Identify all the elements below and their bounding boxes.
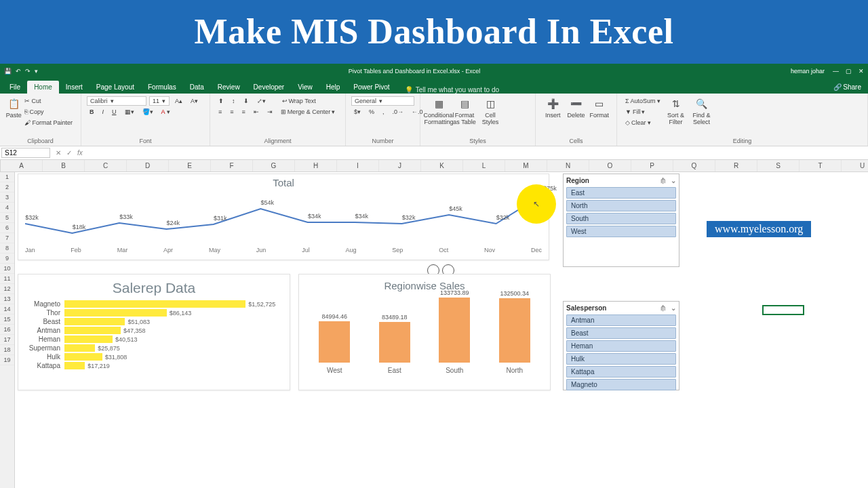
slicer-item[interactable]: Hulk [566, 353, 676, 365]
clear-button[interactable]: ◇ Clear ▾ [623, 118, 654, 127]
slicer-item[interactable]: Magneto [566, 379, 676, 390]
cell-styles-button[interactable]: ◫Cell Styles [477, 96, 503, 126]
tab-formulas[interactable]: Formulas [141, 81, 183, 94]
sort-filter-button[interactable]: ⇅Sort & Filter [663, 96, 689, 129]
col-header[interactable]: D [127, 160, 169, 171]
insert-cells-button[interactable]: ➕Insert [541, 96, 564, 119]
underline-button[interactable]: U [109, 107, 119, 117]
increase-font-icon[interactable]: A▴ [172, 96, 185, 106]
tab-home[interactable]: Home [27, 81, 59, 94]
row-header[interactable]: 7 [0, 233, 14, 243]
tab-page-layout[interactable]: Page Layout [90, 81, 141, 94]
col-header[interactable]: J [379, 160, 421, 171]
copy-button[interactable]: ⎘ Copy [22, 107, 46, 117]
currency-icon[interactable]: $▾ [351, 107, 363, 117]
row-header[interactable]: 16 [0, 325, 14, 335]
row-header[interactable]: 9 [0, 253, 14, 264]
bold-button[interactable]: B [87, 107, 97, 117]
row-header[interactable]: 15 [0, 314, 14, 325]
format-as-table-button[interactable]: ▤Format as Table [452, 96, 477, 126]
slicer-item[interactable]: Beast [566, 327, 676, 339]
clear-filter-icon[interactable]: ⌄ [671, 177, 676, 184]
col-header[interactable]: R [715, 160, 757, 171]
col-header[interactable]: N [547, 160, 589, 171]
cut-button[interactable]: ✂ Cut [22, 96, 43, 106]
align-right-icon[interactable]: ≡ [239, 107, 248, 117]
inc-decimal-icon[interactable]: .0→ [390, 107, 407, 117]
col-header[interactable]: O [589, 160, 631, 171]
undo-icon[interactable]: ↶ [16, 68, 21, 75]
col-header[interactable]: P [631, 160, 673, 171]
col-header[interactable]: A [1, 160, 43, 171]
slicer-item[interactable]: South [566, 213, 676, 224]
tab-developer[interactable]: Developer [247, 81, 292, 94]
tab-review[interactable]: Review [211, 81, 247, 94]
col-header[interactable]: L [463, 160, 505, 171]
quick-access-toolbar[interactable]: 💾 ↶ ↷ ▾ [4, 68, 38, 75]
fill-color-button[interactable]: 🪣▾ [140, 107, 156, 117]
name-box[interactable] [1, 148, 50, 158]
tab-view[interactable]: View [291, 81, 319, 94]
col-header[interactable]: I [337, 160, 379, 171]
row-header[interactable]: 6 [0, 223, 14, 233]
row-header[interactable]: 12 [0, 284, 14, 294]
merge-center-button[interactable]: ⊞ Merge & Center ▾ [278, 107, 338, 117]
row-header[interactable]: 4 [0, 203, 14, 213]
row-header[interactable]: 10 [0, 264, 14, 274]
tab-power-pivot[interactable]: Power Pivot [347, 81, 396, 94]
percent-icon[interactable]: % [366, 107, 377, 117]
row-header[interactable]: 2 [0, 182, 14, 192]
italic-button[interactable]: I [100, 107, 107, 117]
slicer-item[interactable]: West [566, 226, 676, 237]
tab-file[interactable]: File [3, 81, 27, 94]
row-header[interactable]: 3 [0, 192, 14, 203]
close-icon[interactable]: ✕ [859, 68, 864, 75]
tab-help[interactable]: Help [319, 81, 347, 94]
slicer-item[interactable]: Kattapa [566, 366, 676, 378]
row-header[interactable]: 11 [0, 274, 14, 284]
col-header[interactable]: U [842, 160, 868, 171]
col-header[interactable]: F [211, 160, 253, 171]
align-bottom-icon[interactable]: ⬇ [241, 96, 252, 106]
slicer-item[interactable]: Heman [566, 340, 676, 352]
row-header[interactable]: 5 [0, 213, 14, 223]
row-header[interactable]: 1 [0, 172, 14, 182]
minimize-icon[interactable]: — [833, 68, 839, 75]
fill-button[interactable]: ▼ Fill ▾ [623, 107, 648, 117]
slicer-item[interactable]: Antman [566, 314, 676, 326]
row-header[interactable]: 13 [0, 294, 14, 304]
indent-dec-icon[interactable]: ⇤ [251, 107, 262, 117]
align-top-icon[interactable]: ⬆ [216, 96, 226, 106]
orientation-icon[interactable]: ⤢▾ [254, 96, 269, 106]
slicer-region[interactable]: Region⫛⌄ EastNorthSouthWest [563, 174, 679, 267]
align-middle-icon[interactable]: ↕ [229, 96, 238, 106]
font-color-button[interactable]: A▾ [159, 107, 173, 117]
multi-select-icon[interactable]: ⫛ [660, 304, 667, 312]
chart-regionwise-bar[interactable]: Regionwise Sales 84994.46West83489.18Eas… [298, 274, 551, 390]
comma-icon[interactable]: , [380, 107, 387, 117]
slicer-item[interactable]: East [566, 187, 676, 199]
multi-select-icon[interactable]: ⫛ [660, 177, 667, 184]
wrap-text-button[interactable]: ↩ Wrap Text [279, 96, 319, 106]
borders-button[interactable]: ▦▾ [122, 107, 137, 117]
slicer-salesperson[interactable]: Salesperson⫛⌄ AntmanBeastHemanHulkKattap… [563, 301, 679, 390]
paste-button[interactable]: 📋Paste [5, 96, 22, 129]
conditional-formatting-button[interactable]: ▦Conditional Formatting [426, 96, 452, 126]
chart-total-line[interactable]: Total $32k$18k$33k$24k$31k$54k$34k$34k$3… [18, 174, 549, 260]
tell-me[interactable]: 💡Tell me what you want to do [405, 86, 499, 94]
col-header[interactable]: T [800, 160, 842, 171]
col-header[interactable]: H [295, 160, 337, 171]
decrease-font-icon[interactable]: A▾ [188, 96, 201, 106]
row-header[interactable]: 8 [0, 243, 14, 253]
worksheet-canvas[interactable]: Total $32k$18k$33k$24k$31k$54k$34k$34k$3… [15, 172, 868, 488]
row-header[interactable]: 18 [0, 345, 14, 355]
chart-salerep-bar[interactable]: Salerep Data Magneto$1,52,725Thor$86,143… [18, 274, 290, 390]
col-header[interactable]: E [169, 160, 211, 171]
save-icon[interactable]: 💾 [4, 68, 12, 75]
font-name-combo[interactable]: Calibri ▾ [87, 96, 146, 106]
cancel-formula-icon[interactable]: ✕ [56, 149, 61, 157]
col-header[interactable]: K [421, 160, 463, 171]
tab-data[interactable]: Data [183, 81, 211, 94]
find-select-button[interactable]: 🔍Find & Select [689, 96, 715, 129]
autosum-button[interactable]: Σ AutoSum ▾ [623, 96, 663, 106]
